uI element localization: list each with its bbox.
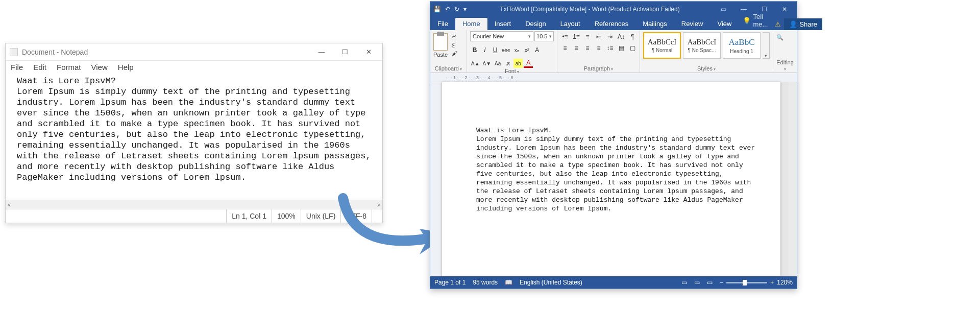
tab-mailings[interactable]: Mailings (635, 18, 674, 30)
highlight-button[interactable]: ab (513, 59, 523, 68)
styles-group-label[interactable]: Styles (643, 65, 770, 73)
zoom-slider-thumb[interactable] (743, 280, 747, 286)
qat-undo-icon[interactable]: ↶ (445, 6, 450, 13)
tab-home[interactable]: Home (455, 18, 487, 30)
status-page[interactable]: Page 1 of 1 (434, 279, 465, 286)
notepad-horizontal-scrollbar[interactable]: < > (6, 200, 382, 209)
qat-save-icon[interactable]: 💾 (433, 6, 441, 13)
align-center-button[interactable]: ≡ (572, 43, 581, 53)
line-spacing-button[interactable]: ↕≡ (605, 43, 615, 53)
ribbon-tabs: File Home Insert Design Layout Reference… (430, 17, 797, 30)
strikethrough-button[interactable]: abc (501, 45, 511, 55)
doc-text-line1: Waat is Lore IpsvM. (476, 127, 552, 134)
justify-button[interactable]: ≡ (594, 43, 603, 53)
underline-button[interactable]: U (491, 45, 500, 55)
shrink-font-button[interactable]: A▼ (482, 59, 493, 68)
bullets-button[interactable]: •≡ (560, 32, 570, 41)
menu-help[interactable]: Help (118, 63, 134, 72)
zoom-in-button[interactable]: + (770, 279, 774, 286)
font-color-button[interactable]: A (524, 59, 533, 68)
italic-button[interactable]: I (480, 45, 489, 55)
find-icon[interactable]: 🔍 (776, 34, 783, 41)
font-name-combo[interactable]: Courier New (470, 31, 533, 41)
menu-edit[interactable]: Edit (33, 63, 46, 72)
menu-file[interactable]: File (11, 63, 23, 72)
copy-icon[interactable]: ⎘ (452, 42, 457, 48)
clipboard-group-label[interactable]: Clipboard (433, 65, 463, 73)
paste-button[interactable]: Paste (433, 52, 448, 58)
proofing-icon[interactable]: 📖 (505, 279, 512, 286)
status-language[interactable]: English (United States) (520, 279, 582, 286)
align-right-button[interactable]: ≡ (583, 43, 592, 53)
decrease-indent-button[interactable]: ⇤ (594, 32, 603, 41)
paste-icon[interactable] (433, 33, 448, 51)
bold-button[interactable]: B (470, 45, 479, 55)
document-canvas: Waat is Lore IpsvM. Lorem Ipsum is simpl… (430, 82, 797, 276)
zoom-out-button[interactable]: − (720, 279, 723, 286)
style-normal[interactable]: AaBbCcI ¶ Normal (643, 32, 681, 59)
group-paragraph: •≡ 1≡ ≡ ⇤ ⇥ A↓ ¶ ≡ ≡ ≡ ≡ ↕≡ ▤ ▢ (557, 30, 640, 73)
word-statusbar: Page 1 of 1 95 words 📖 English (United S… (430, 276, 797, 289)
editing-group-label[interactable]: Editing (776, 59, 794, 73)
status-eol: Unix (LF) (301, 209, 341, 223)
tab-view[interactable]: View (710, 18, 739, 30)
ribbon-options-button[interactable]: ▭ (713, 3, 733, 16)
close-button[interactable]: ✕ (357, 44, 380, 60)
maximize-button[interactable]: ☐ (333, 44, 357, 60)
text-effects-button[interactable]: A (532, 45, 542, 55)
vertical-ruler[interactable] (430, 82, 442, 276)
view-readmode-icon[interactable]: ▭ (681, 279, 687, 286)
paragraph-group-label[interactable]: Paragraph (560, 65, 636, 73)
style-no-spacing[interactable]: AaBbCcI ¶ No Spac... (683, 32, 721, 59)
format-painter-icon[interactable]: 🖌 (452, 50, 457, 56)
borders-button[interactable]: ▢ (628, 43, 637, 53)
increase-indent-button[interactable]: ⇥ (605, 32, 615, 41)
lightbulb-icon: 💡 (743, 17, 751, 25)
activation-warning-icon[interactable]: ⚠ (772, 18, 784, 30)
tab-insert[interactable]: Insert (487, 18, 519, 30)
menu-view[interactable]: View (91, 63, 108, 72)
tab-references[interactable]: References (587, 18, 635, 30)
word-close-button[interactable]: ✕ (774, 3, 795, 16)
zoom-percent[interactable]: 120% (777, 279, 793, 286)
tab-review[interactable]: Review (674, 18, 710, 30)
numbering-button[interactable]: 1≡ (572, 32, 581, 41)
style-name: Heading 1 (730, 49, 753, 54)
share-icon: 👤 (789, 20, 797, 28)
font-group-label[interactable]: Font (470, 68, 554, 75)
share-button[interactable]: 👤 Share (784, 18, 822, 30)
change-case-button[interactable]: Aa (493, 59, 502, 68)
horizontal-ruler[interactable]: · · · 1 · · · 2 · · · 3 · · · 4 · · · 5 … (430, 73, 797, 82)
scroll-left-icon[interactable]: < (8, 202, 11, 208)
tell-me-search[interactable]: 💡 Tell me... (739, 11, 772, 30)
show-marks-button[interactable]: ¶ (628, 32, 637, 41)
style-preview: AaBbCcI (648, 38, 677, 46)
menu-format[interactable]: Format (57, 63, 81, 72)
cut-icon[interactable]: ✂ (452, 33, 457, 40)
align-left-button[interactable]: ≡ (560, 43, 570, 53)
zoom-slider[interactable] (726, 282, 767, 283)
shading-button[interactable]: ▤ (617, 43, 626, 53)
tab-design[interactable]: Design (518, 18, 553, 30)
tab-file[interactable]: File (430, 18, 455, 30)
notepad-titlebar[interactable]: Document - Notepad — ☐ ✕ (6, 43, 382, 61)
group-styles: AaBbCcI ¶ Normal AaBbCcI ¶ No Spac... Aa… (640, 30, 773, 73)
view-web-icon[interactable]: ▭ (707, 279, 713, 286)
notepad-text-area[interactable]: Waat is Lore IpsvM? Lorem Ipsum is simpl… (6, 75, 382, 200)
qat-redo-icon[interactable]: ↻ (454, 6, 459, 13)
sort-button[interactable]: A↓ (617, 32, 626, 41)
style-heading-1[interactable]: AaBbC Heading 1 (723, 32, 761, 59)
font-size-combo[interactable]: 10.5 (534, 31, 554, 41)
tab-layout[interactable]: Layout (553, 18, 587, 30)
multilevel-button[interactable]: ≡ (583, 32, 592, 41)
styles-gallery-more[interactable]: ▾ (763, 32, 770, 59)
subscript-button[interactable]: x₂ (512, 45, 521, 55)
clear-formatting-button[interactable]: A̷ (503, 59, 512, 68)
superscript-button[interactable]: x² (522, 45, 531, 55)
minimize-button[interactable]: — (310, 44, 333, 60)
vertical-scrollbar[interactable] (789, 82, 797, 276)
view-print-icon[interactable]: ▭ (694, 279, 700, 286)
document-page[interactable]: Waat is Lore IpsvM. Lorem Ipsum is simpl… (442, 82, 780, 276)
status-wordcount[interactable]: 95 words (473, 279, 498, 286)
grow-font-button[interactable]: A▲ (470, 59, 481, 68)
